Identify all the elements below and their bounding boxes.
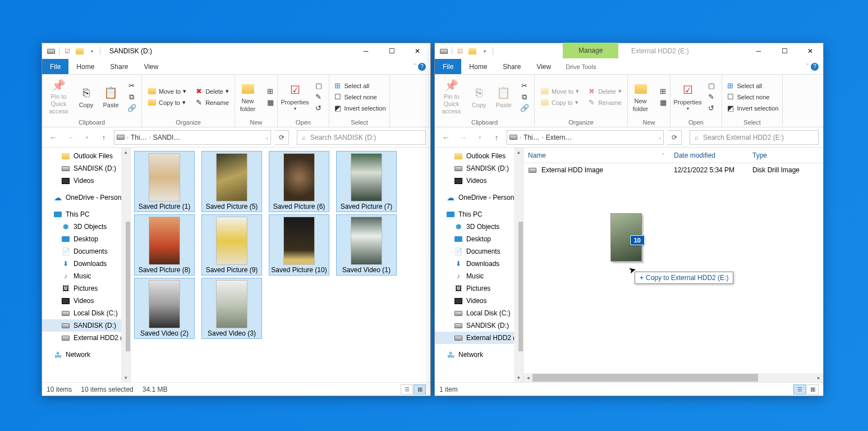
column-name[interactable]: Name˄ [523,148,669,163]
navigation-pane[interactable]: Outlook Files SANDISK (D:) Videos ☁OneDr… [42,148,131,382]
nav-sandisk-pc[interactable]: SANDISK (D:) [42,319,130,332]
qat-save-icon[interactable]: ☑ [456,47,465,56]
forward-button[interactable]: → [63,131,77,144]
file-thumbnail[interactable]: Saved Picture (10) [269,214,329,276]
drive-tools-tab[interactable]: Drive Tools [559,59,603,74]
nav-videos[interactable]: Videos [435,175,523,187]
nav-outlook-files[interactable]: Outlook Files [435,150,523,162]
chevron-right-icon[interactable]: › [542,135,544,140]
address-bar[interactable]: › Thi… › Extern… ⌄ [507,130,664,145]
copy-path-button[interactable]: ⧉ [518,92,531,102]
edit-button[interactable]: ✎ [312,92,325,102]
scroll-right-icon[interactable]: ▸ [814,373,823,382]
file-thumbnail[interactable]: Saved Video (3) [201,278,262,339]
qat-folder-icon[interactable] [468,47,477,56]
column-date[interactable]: Date modified [669,148,748,163]
copy-to-button[interactable]: Copy to ▾ [538,98,581,108]
nav-videos-pc[interactable]: Videos [435,295,523,307]
pin-quick-access-button[interactable]: 📌Pin to Quick access [437,79,466,116]
invert-selection-button[interactable]: ◩Invert selection [331,103,388,113]
recent-dropdown[interactable]: ▾ [80,131,94,144]
pin-quick-access-button[interactable]: 📌Pin to Quick access [44,79,74,116]
select-none-button[interactable]: ☐Select none [331,92,388,102]
nav-3d-objects[interactable]: ⬢3D Objects [42,221,130,233]
file-thumbnail[interactable]: Saved Video (1) [336,214,397,276]
paste-button[interactable]: 📋Paste [492,79,516,116]
easy-access-button[interactable]: ▦ [656,98,670,108]
breadcrumb-segment[interactable]: Thi… [130,134,148,141]
nav-external-hdd[interactable]: External HDD2 (E:) [42,332,130,344]
nav-outlook-files[interactable]: Outlook Files [42,150,130,162]
qat-dropdown-icon[interactable]: ▾ [88,47,97,56]
file-menu[interactable]: File [42,59,68,74]
chevron-right-icon[interactable]: › [127,135,128,140]
minimize-button[interactable]: ─ [353,43,379,59]
nav-desktop[interactable]: Desktop [435,233,523,245]
close-button[interactable]: ✕ [405,43,430,59]
nav-network[interactable]: 🖧Network [42,349,130,361]
back-button[interactable]: ← [47,131,60,144]
close-button[interactable]: ✕ [797,43,823,59]
scroll-down-icon[interactable]: ▾ [514,373,523,382]
thumbnails-view-button[interactable]: ▦ [806,384,819,395]
recent-dropdown[interactable]: ▾ [473,131,486,144]
nav-scrollbar[interactable]: ▴ ▾ [121,148,130,382]
nav-external-hdd[interactable]: External HDD2 (E:) [435,332,523,344]
file-row[interactable]: External HDD Image 12/21/2022 5:34 PM Di… [523,163,823,177]
refresh-button[interactable]: ⟳ [667,130,682,145]
chevron-down-icon[interactable]: ⌄ [265,135,269,140]
select-none-button[interactable]: ☐Select none [724,92,781,102]
qat-folder-icon[interactable] [75,47,84,56]
thumbnails-view-button[interactable]: ▦ [414,384,426,395]
help-icon[interactable]: ? [418,63,426,71]
minimize-button[interactable]: ─ [746,43,771,59]
move-to-button[interactable]: Move to ▾ [145,86,189,97]
nav-sandisk-pc[interactable]: SANDISK (D:) [435,319,523,332]
address-bar[interactable]: › Thi… › SANDI… ⌄ [114,130,271,145]
home-tab[interactable]: Home [68,59,102,74]
share-tab[interactable]: Share [102,59,136,74]
qat-save-icon[interactable]: ☑ [63,47,72,56]
paste-shortcut-button[interactable]: 🔗 [518,103,531,113]
cut-button[interactable]: ✂ [125,81,139,91]
edit-button[interactable]: ✎ [705,92,718,102]
title-bar[interactable]: ☑ ▾ SANDISK (D:) ─ ☐ ✕ [42,43,430,59]
title-bar[interactable]: ☑ ▾ Manage External HDD2 (E:) ─ ☐ ✕ [435,43,823,59]
nav-network[interactable]: 🖧Network [435,349,523,361]
file-thumbnail[interactable]: Saved Picture (9) [201,214,262,276]
refresh-button[interactable]: ⟳ [274,130,289,145]
file-thumbnail[interactable]: Saved Picture (6) [269,151,329,212]
new-item-button[interactable]: ⊞ [264,86,277,97]
up-button[interactable]: ↑ [490,131,503,144]
chevron-right-icon[interactable]: › [149,135,151,140]
paste-shortcut-button[interactable]: 🔗 [125,103,139,113]
invert-selection-button[interactable]: ◩Invert selection [724,103,781,113]
view-tab[interactable]: View [529,59,559,74]
nav-sandisk[interactable]: SANDISK (D:) [42,162,130,175]
scroll-down-icon[interactable]: ▾ [121,373,130,382]
share-tab[interactable]: Share [495,59,529,74]
details-view-button[interactable]: ☰ [793,384,806,395]
new-item-button[interactable]: ⊞ [656,86,670,97]
breadcrumb-segment[interactable]: Extern… [545,134,573,141]
new-folder-button[interactable]: New folder [627,79,654,116]
delete-button[interactable]: ✖Delete ▾ [585,86,624,97]
move-to-button[interactable]: Move to ▾ [538,86,581,97]
details-view-button[interactable]: ☰ [401,384,413,395]
properties-button[interactable]: ☑Properties▾ [281,79,310,116]
history-button[interactable]: ↺ [705,103,718,113]
view-tab[interactable]: View [136,59,166,74]
breadcrumb-segment[interactable]: SANDI… [152,134,182,141]
file-list-pane[interactable]: Saved Picture (1)Saved Picture (5)Saved … [131,148,430,382]
horizontal-scrollbar[interactable]: ◂ ▸ [523,373,823,382]
ribbon-collapse-icon[interactable]: ˇ [414,63,416,70]
manage-tab[interactable]: Manage [563,43,618,58]
nav-music[interactable]: ♪Music [42,270,130,282]
nav-music[interactable]: ♪Music [435,270,523,282]
nav-3d-objects[interactable]: ⬢3D Objects [435,221,523,233]
cut-button[interactable]: ✂ [518,81,531,91]
chevron-right-icon[interactable]: › [520,135,521,140]
nav-sandisk[interactable]: SANDISK (D:) [435,162,523,175]
nav-downloads[interactable]: ⬇Downloads [42,258,130,270]
navigation-pane[interactable]: Outlook Files SANDISK (D:) Videos ☁OneDr… [435,148,523,382]
